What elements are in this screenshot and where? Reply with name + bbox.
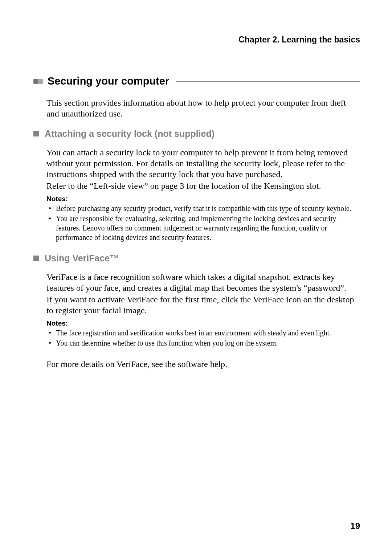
body-paragraph: You can attach a security lock to your c… <box>46 147 360 180</box>
closing-paragraph: For more details on VeriFace, see the so… <box>46 359 360 370</box>
page-number: 19 <box>350 521 360 531</box>
section-bullet-icon <box>33 79 43 84</box>
horizontal-rule-icon <box>176 81 360 82</box>
note-item: The face registration and verification w… <box>46 328 360 338</box>
section-intro: This section provides information about … <box>46 97 360 119</box>
chapter-header: Chapter 2. Learning the basics <box>33 35 360 45</box>
subsection-heading-row: Using VeriFace™ <box>33 253 360 264</box>
notes-block: Notes: Before purchasing any security pr… <box>46 195 360 242</box>
body-paragraph: Refer to the “Left-side view” on page 3 … <box>46 180 360 191</box>
section-heading-row: Securing your computer <box>33 75 360 87</box>
square-bullet-icon <box>33 131 39 136</box>
notes-block: Notes: The face registration and verific… <box>46 319 360 348</box>
body-paragraph: VeriFace is a face recognition software … <box>46 272 360 293</box>
section-title: Securing your computer <box>48 75 169 87</box>
square-bullet-icon <box>33 256 39 261</box>
subsection-title: Attaching a security lock (not supplied) <box>45 128 215 139</box>
subsection-heading-row: Attaching a security lock (not supplied) <box>33 128 360 139</box>
notes-label: Notes: <box>46 319 360 327</box>
note-item: You can determine whether to use this fu… <box>46 338 360 348</box>
subsection-title: Using VeriFace™ <box>45 253 119 264</box>
note-item: Before purchasing any security product, … <box>46 204 360 213</box>
notes-label: Notes: <box>46 195 360 203</box>
note-item: You are responsible for evaluating, sele… <box>46 214 360 242</box>
body-paragraph: If you want to activate VeriFace for the… <box>46 294 360 316</box>
notes-list: Before purchasing any security product, … <box>46 204 360 242</box>
notes-list: The face registration and verification w… <box>46 328 360 348</box>
